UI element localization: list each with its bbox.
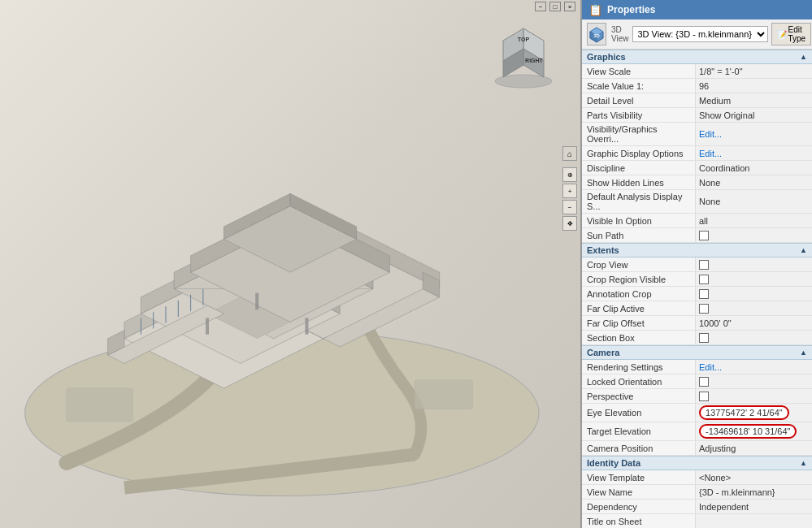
- camera-collapse-arrow[interactable]: ▲: [800, 348, 807, 357]
- svg-rect-48: [415, 380, 472, 409]
- row-show-hidden-lines: Show Hidden Lines None: [582, 175, 812, 190]
- identity-collapse-arrow[interactable]: ▲: [800, 459, 807, 467]
- properties-title: Properties: [607, 4, 655, 15]
- properties-panel: 📋 Properties 3D 3D View 3D View: {3D - m…: [581, 0, 812, 528]
- row-visible-in-option: Visible In Option all: [582, 214, 812, 228]
- row-target-elevation: Target Elevation -13469618' 10 31/64": [582, 422, 812, 441]
- row-view-name: View Name {3D - m.kleinmann}: [582, 485, 812, 500]
- zoom-out-button[interactable]: −: [562, 200, 577, 214]
- row-view-scale: View Scale 1/8" = 1'-0": [582, 64, 812, 79]
- row-locked-orientation[interactable]: Locked Orientation: [582, 374, 812, 389]
- locked-orientation-checkbox[interactable]: [699, 377, 709, 387]
- row-rendering-settings[interactable]: Rendering Settings Edit...: [582, 360, 812, 374]
- row-dependency: Dependency Independent: [582, 500, 812, 514]
- section-extents[interactable]: Extents ▲: [582, 243, 812, 258]
- svg-rect-46: [305, 318, 308, 334]
- section-identity-data[interactable]: Identity Data ▲: [582, 456, 812, 470]
- section-box-checkbox[interactable]: [699, 333, 709, 343]
- section-camera[interactable]: Camera ▲: [582, 345, 812, 360]
- row-detail-level: Detail Level Medium: [582, 93, 812, 108]
- svg-text:3D: 3D: [593, 33, 600, 38]
- eye-elevation-value: 13775472' 2 41/64": [699, 405, 789, 420]
- svg-rect-47: [67, 388, 133, 422]
- sun-path-checkbox[interactable]: [699, 231, 709, 240]
- building-model: [0, 0, 580, 528]
- row-eye-elevation: Eye Elevation 13775472' 2 41/64": [582, 404, 812, 422]
- properties-header: 📋 Properties: [582, 0, 812, 19]
- row-view-template: View Template <None>: [582, 470, 812, 485]
- row-crop-region-visible[interactable]: Crop Region Visible: [582, 272, 812, 287]
- crop-view-checkbox[interactable]: [699, 260, 709, 270]
- zoom-fit-button[interactable]: ⊕: [562, 167, 577, 182]
- row-scale-value: Scale Value 1: 96: [582, 79, 812, 93]
- properties-scroll[interactable]: Graphics ▲ View Scale 1/8" = 1'-0" Scale…: [582, 50, 812, 528]
- row-parts-visibility: Parts Visibility Show Original: [582, 108, 812, 123]
- graphics-collapse-arrow[interactable]: ▲: [800, 53, 807, 61]
- close-button[interactable]: ×: [564, 2, 575, 11]
- row-far-clip-active[interactable]: Far Clip Active: [582, 301, 812, 316]
- home-button[interactable]: ⌂: [562, 146, 577, 161]
- row-annotation-crop[interactable]: Annotation Crop: [582, 287, 812, 301]
- crop-region-visible-checkbox[interactable]: [699, 275, 709, 284]
- pan-button[interactable]: ✥: [562, 216, 577, 231]
- viewport[interactable]: − □ × TOP RIGHT: [0, 0, 581, 528]
- view-type-icon: 3D: [587, 23, 606, 45]
- row-far-clip-offset: Far Clip Offset 1000' 0": [582, 316, 812, 331]
- view-selector-row: 3D 3D View 3D View: {3D - m.kleinmann} 📝…: [582, 19, 812, 50]
- row-sun-path[interactable]: Sun Path: [582, 228, 812, 243]
- view-dropdown[interactable]: 3D View: {3D - m.kleinmann}: [632, 26, 768, 42]
- row-crop-view[interactable]: Crop View: [582, 258, 812, 272]
- section-graphics[interactable]: Graphics ▲: [582, 50, 812, 64]
- edit-type-icon: 📝: [777, 30, 787, 39]
- minimize-button[interactable]: −: [535, 2, 546, 11]
- row-camera-position: Camera Position Adjusting: [582, 441, 812, 456]
- row-section-box[interactable]: Section Box: [582, 331, 812, 345]
- row-visibility-graphics[interactable]: Visibility/Graphics Overri... Edit...: [582, 123, 812, 146]
- row-graphic-display[interactable]: Graphic Display Options Edit...: [582, 146, 812, 161]
- target-elevation-value: -13469618' 10 31/64": [699, 424, 797, 439]
- svg-rect-44: [206, 318, 209, 334]
- row-discipline: Discipline Coordination: [582, 161, 812, 175]
- far-clip-active-checkbox[interactable]: [699, 304, 709, 314]
- window-chrome: − □ ×: [535, 2, 575, 11]
- edit-type-button[interactable]: 📝 Edit Type: [771, 23, 812, 45]
- row-default-analysis: Default Analysis Display S... None: [582, 190, 812, 214]
- extents-collapse-arrow[interactable]: ▲: [800, 246, 807, 254]
- svg-rect-45: [255, 293, 258, 309]
- perspective-checkbox[interactable]: [699, 392, 709, 401]
- row-title-on-sheet: Title on Sheet: [582, 514, 812, 528]
- zoom-in-button[interactable]: +: [562, 184, 577, 198]
- annotation-crop-checkbox[interactable]: [699, 289, 709, 299]
- view-type-label: 3D View: [611, 25, 629, 43]
- navigation-bar: ⌂ ⊕ + − ✥: [562, 146, 577, 231]
- maximize-button[interactable]: □: [549, 2, 561, 11]
- row-perspective[interactable]: Perspective: [582, 389, 812, 404]
- properties-icon: 📋: [588, 3, 602, 16]
